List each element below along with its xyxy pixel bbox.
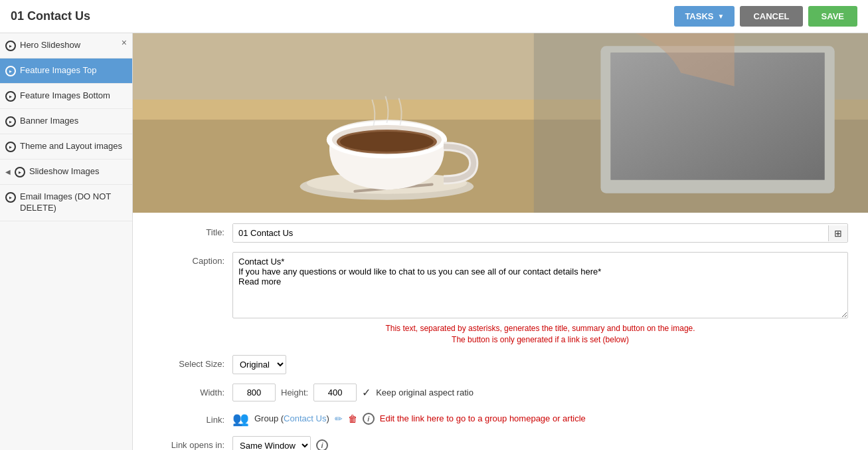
sidebar-item-icon	[5, 116, 16, 127]
title-row: Title: ⊞	[153, 223, 848, 243]
group-icon: 👥	[232, 411, 249, 427]
link-opens-label: Link opens in:	[153, 436, 232, 450]
checkmark-icon: ✓	[362, 386, 371, 399]
sidebar-item-icon	[5, 91, 16, 102]
svg-point-14	[340, 132, 434, 152]
dimensions-row: Width: Height: ✓ Keep original aspect ra…	[153, 384, 848, 401]
dimension-row: Height: ✓ Keep original aspect ratio	[232, 384, 848, 401]
cancel-button[interactable]: CANCEL	[740, 6, 802, 27]
tasks-dropdown-arrow: ▼	[717, 13, 724, 20]
sidebar-item-label: Theme and Layout images	[20, 141, 122, 152]
sidebar-item-label: Hero Slideshow	[20, 40, 80, 51]
caption-hint: This text, separated by asterisks, gener…	[232, 323, 848, 346]
width-label: Width:	[153, 384, 232, 397]
select-size-control: Original Small Medium Large Custom	[232, 355, 848, 374]
caption-row: Caption: Contact Us* If you have any que…	[153, 252, 848, 346]
select-size-row: Select Size: Original Small Medium Large…	[153, 355, 848, 374]
dimensions-control: Height: ✓ Keep original aspect ratio	[232, 384, 848, 401]
caption-control: Contact Us* If you have any questions or…	[232, 252, 848, 346]
sidebar: × Hero Slideshow Feature Images Top Feat…	[0, 33, 133, 450]
sidebar-item-label: Email Images (DO NOT DELETE)	[20, 191, 126, 214]
edit-link-icon[interactable]: ✏	[335, 413, 343, 424]
header: 01 Contact Us TASKS ▼ CANCEL SAVE	[0, 0, 868, 33]
caption-hint-line1: This text, separated by asterisks, gener…	[385, 324, 695, 333]
group-link-text: Group (Contact Us)	[254, 413, 329, 423]
sidebar-item-feature-images-top[interactable]: Feature Images Top	[0, 58, 132, 84]
sidebar-item-label: Feature Images Top	[20, 65, 96, 76]
sidebar-item-slideshow-images[interactable]: ◀ Slideshow Images	[0, 160, 132, 185]
link-opens-row: Link opens in: Same Window New Window i	[153, 436, 848, 450]
link-opens-info-icon[interactable]: i	[316, 439, 328, 450]
sidebar-close-button[interactable]: ×	[122, 37, 127, 48]
sidebar-item-label: Banner Images	[20, 116, 78, 127]
width-input[interactable]	[232, 384, 276, 401]
title-icon-button[interactable]: ⊞	[828, 225, 847, 241]
main-layout: × Hero Slideshow Feature Images Top Feat…	[0, 33, 868, 450]
form-area: Title: ⊞ Caption: Contact Us* If you hav…	[133, 213, 868, 450]
keep-ratio-label: Keep original aspect ratio	[376, 388, 474, 397]
link-info-icon[interactable]: i	[363, 413, 375, 425]
content-area: Title: ⊞ Caption: Contact Us* If you hav…	[133, 33, 868, 450]
delete-link-icon[interactable]: 🗑	[348, 413, 357, 424]
coffee-image	[133, 33, 868, 213]
title-input[interactable]	[233, 224, 828, 242]
caption-label: Caption:	[153, 252, 232, 266]
sidebar-item-theme-layout-images[interactable]: Theme and Layout images	[0, 134, 132, 160]
header-buttons: TASKS ▼ CANCEL SAVE	[674, 6, 857, 27]
page-title: 01 Contact Us	[11, 9, 90, 23]
height-label: Height:	[281, 388, 308, 397]
caption-textarea[interactable]: Contact Us* If you have any questions or…	[232, 252, 848, 318]
title-control: ⊞	[232, 223, 848, 243]
select-size-dropdown[interactable]: Original Small Medium Large Custom	[232, 355, 286, 374]
select-size-label: Select Size:	[153, 355, 232, 369]
caption-hint-line2: The button is only generated if a link i…	[452, 335, 629, 344]
link-opens-control: Same Window New Window i	[232, 436, 848, 450]
group-text: Group	[254, 413, 278, 423]
sidebar-item-banner-images[interactable]: Banner Images	[0, 109, 132, 134]
sidebar-item-icon	[5, 41, 16, 51]
sidebar-item-label: Slideshow Images	[29, 166, 100, 177]
title-input-wrap: ⊞	[232, 223, 848, 243]
image-preview	[133, 33, 868, 213]
sidebar-item-hero-slideshow[interactable]: Hero Slideshow	[0, 33, 132, 58]
sidebar-item-label: Feature Images Bottom	[20, 90, 110, 102]
sidebar-item-icon	[15, 167, 25, 177]
group-name-link[interactable]: Contact Us	[284, 413, 326, 423]
link-row: Link: 👥 Group (Contact Us) ✏ 🗑 i Edit th…	[153, 411, 848, 427]
collapse-arrow-icon: ◀	[5, 168, 11, 175]
link-opens-dropdown[interactable]: Same Window New Window	[232, 436, 311, 450]
height-input[interactable]	[313, 384, 357, 401]
save-button[interactable]: SAVE	[808, 6, 857, 27]
link-label: Link:	[153, 411, 232, 425]
sidebar-item-feature-images-bottom[interactable]: Feature Images Bottom	[0, 84, 132, 109]
select-size-wrap: Original Small Medium Large Custom	[232, 355, 848, 374]
sidebar-item-icon	[5, 192, 16, 203]
tasks-button[interactable]: TASKS ▼	[674, 6, 735, 27]
link-edit-hint: Edit the link here to go to a group home…	[380, 413, 586, 423]
link-opens-content: Same Window New Window i	[232, 436, 848, 450]
link-content-row: 👥 Group (Contact Us) ✏ 🗑 i Edit the link…	[232, 411, 848, 427]
sidebar-item-icon	[5, 142, 16, 152]
title-label: Title:	[153, 223, 232, 237]
sidebar-item-email-images[interactable]: Email Images (DO NOT DELETE)	[0, 185, 132, 221]
link-control: 👥 Group (Contact Us) ✏ 🗑 i Edit the link…	[232, 411, 848, 427]
sidebar-item-icon	[5, 66, 16, 76]
